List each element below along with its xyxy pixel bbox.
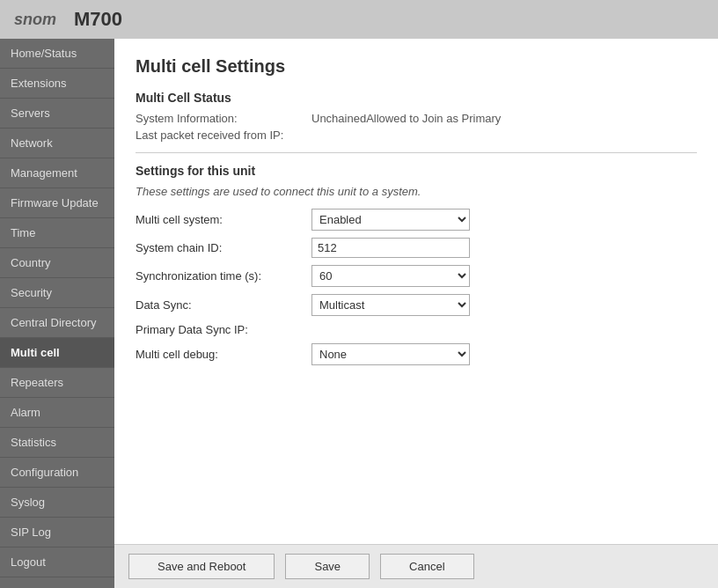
form-select-0[interactable]: EnabledDisabled (311, 209, 470, 231)
sidebar-item-statistics[interactable]: Statistics (0, 428, 114, 458)
sidebar-item-security[interactable]: Security (0, 278, 114, 308)
sidebar-item-logout[interactable]: Logout (0, 548, 114, 577)
form-select-5[interactable]: NoneDebugVerbose (311, 343, 470, 365)
logo: snom (14, 11, 56, 29)
form-row-3: Data Sync:MulticastUnicast (136, 294, 697, 316)
form-input-1[interactable] (311, 238, 470, 258)
system-info-row: System Information: UnchainedAllowed to … (136, 112, 697, 125)
content: Multi cell Settings Multi Cell Status Sy… (114, 39, 718, 544)
last-packet-row: Last packet received from IP: (136, 129, 697, 142)
sidebar-item-central-directory[interactable]: Central Directory (0, 308, 114, 338)
sidebar-item-time[interactable]: Time (0, 218, 114, 248)
main: Multi cell Settings Multi Cell Status Sy… (114, 39, 718, 588)
form-row-1: System chain ID: (136, 238, 697, 258)
multi-cell-status-heading: Multi Cell Status (136, 91, 697, 105)
form-row-0: Multi cell system:EnabledDisabled (136, 209, 697, 231)
system-info-value: UnchainedAllowed to Join as Primary (311, 112, 501, 125)
form-row-5: Multi cell debug:NoneDebugVerbose (136, 343, 697, 365)
sidebar-item-extensions[interactable]: Extensions (0, 69, 114, 99)
form-select-2[interactable]: 3060120 (311, 265, 470, 287)
form-label-3: Data Sync: (136, 298, 311, 312)
form-label-4: Primary Data Sync IP: (136, 323, 311, 336)
section-divider (136, 152, 697, 153)
form-label-2: Synchronization time (s): (136, 269, 311, 283)
last-packet-label: Last packet received from IP: (136, 129, 311, 142)
settings-description: These settings are used to connect this … (136, 185, 697, 198)
footer: Save and Reboot Save Cancel (114, 544, 718, 588)
sidebar-item-country[interactable]: Country (0, 248, 114, 278)
sidebar-item-syslog[interactable]: Syslog (0, 488, 114, 518)
form-fields: Multi cell system:EnabledDisabledSystem … (136, 209, 697, 365)
sidebar-item-home/status[interactable]: Home/Status (0, 39, 114, 69)
settings-heading: Settings for this unit (136, 164, 697, 178)
save-button[interactable]: Save (285, 554, 370, 579)
form-label-1: System chain ID: (136, 241, 311, 254)
save-reboot-button[interactable]: Save and Reboot (128, 554, 275, 579)
sidebar-item-sip-log[interactable]: SIP Log (0, 518, 114, 548)
form-row-4: Primary Data Sync IP: (136, 323, 697, 336)
sidebar: Home/StatusExtensionsServersNetworkManag… (0, 39, 114, 588)
form-label-0: Multi cell system: (136, 213, 311, 226)
sidebar-item-management[interactable]: Management (0, 158, 114, 188)
page-title: Multi cell Settings (136, 56, 697, 77)
form-row-2: Synchronization time (s):3060120 (136, 265, 697, 287)
model-name: M700 (74, 8, 122, 31)
header: snom M700 (0, 0, 718, 39)
sidebar-item-servers[interactable]: Servers (0, 99, 114, 129)
form-label-5: Multi cell debug: (136, 348, 311, 361)
sidebar-item-configuration[interactable]: Configuration (0, 458, 114, 488)
sidebar-item-network[interactable]: Network (0, 129, 114, 158)
cancel-button[interactable]: Cancel (380, 554, 473, 579)
sidebar-item-repeaters[interactable]: Repeaters (0, 368, 114, 398)
form-select-3[interactable]: MulticastUnicast (311, 294, 470, 316)
layout: Home/StatusExtensionsServersNetworkManag… (0, 39, 718, 588)
sidebar-item-alarm[interactable]: Alarm (0, 398, 114, 428)
sidebar-item-multi-cell[interactable]: Multi cell (0, 338, 114, 368)
system-info-label: System Information: (136, 112, 311, 125)
sidebar-item-firmware-update[interactable]: Firmware Update (0, 188, 114, 218)
